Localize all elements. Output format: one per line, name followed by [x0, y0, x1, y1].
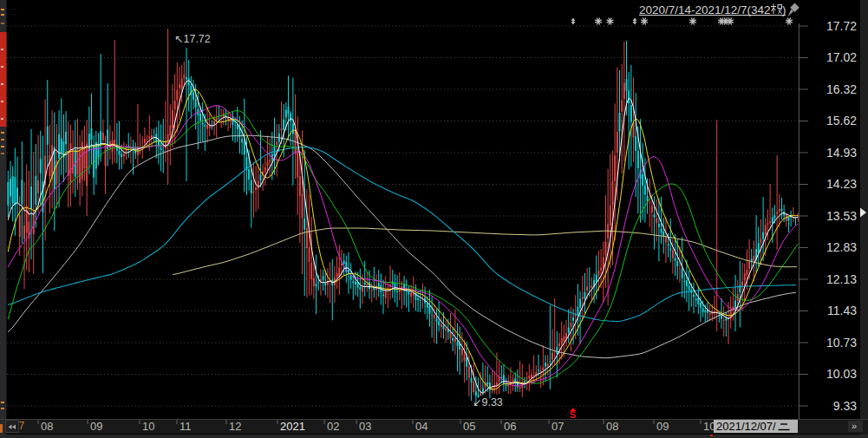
- svg-text:06: 06: [504, 420, 516, 433]
- svg-text:↖17.72: ↖17.72: [174, 33, 211, 45]
- svg-text:12: 12: [229, 420, 241, 433]
- svg-text:12.83: 12.83: [826, 240, 857, 254]
- svg-text:09: 09: [90, 420, 102, 433]
- svg-text:12.13: 12.13: [826, 272, 857, 286]
- svg-text:↙9.33: ↙9.33: [473, 396, 503, 409]
- svg-text:11.43: 11.43: [827, 304, 857, 317]
- svg-text:17.72: 17.72: [826, 19, 857, 33]
- svg-text:10: 10: [142, 420, 154, 433]
- svg-text:S: S: [570, 409, 576, 420]
- svg-text:»: »: [852, 421, 857, 431]
- svg-text:): ): [782, 3, 786, 16]
- svg-text:08: 08: [41, 420, 53, 433]
- svg-text:17.02: 17.02: [826, 50, 857, 64]
- svg-text:13.53: 13.53: [826, 209, 857, 223]
- svg-text:04: 04: [415, 420, 427, 433]
- svg-text:15.62: 15.62: [826, 114, 857, 127]
- svg-text:14.23: 14.23: [826, 177, 857, 191]
- svg-text:16.32: 16.32: [826, 82, 857, 96]
- svg-text:9.33: 9.33: [833, 399, 857, 413]
- svg-text:2020/7/14-2021/12/7(342: 2020/7/14-2021/12/7(342: [639, 3, 771, 16]
- svg-text:02: 02: [327, 420, 339, 433]
- svg-text:10.73: 10.73: [826, 336, 857, 350]
- svg-text:2021: 2021: [280, 420, 305, 433]
- svg-text:03: 03: [359, 420, 371, 433]
- svg-text:05: 05: [463, 420, 475, 433]
- svg-text:07: 07: [551, 420, 564, 433]
- svg-text:14.93: 14.93: [826, 146, 857, 160]
- svg-text:10.03: 10.03: [826, 367, 857, 381]
- svg-text:09: 09: [656, 420, 669, 433]
- svg-text:7: 7: [19, 420, 25, 432]
- svg-text:2021/12/07/: 2021/12/07/: [716, 420, 776, 433]
- svg-text:11: 11: [179, 420, 192, 433]
- svg-text:08: 08: [606, 420, 618, 433]
